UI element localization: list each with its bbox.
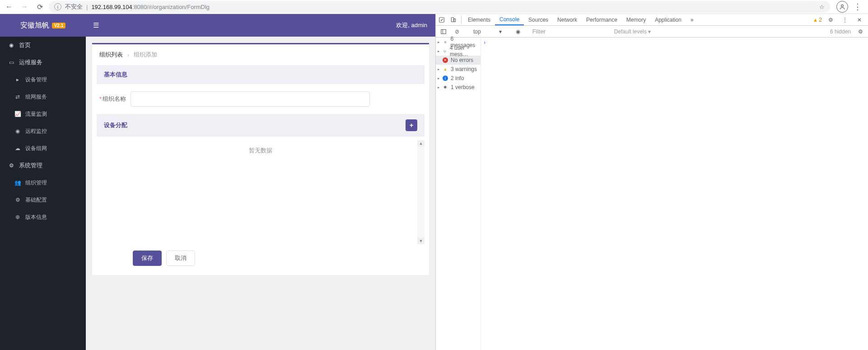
chevron-down-icon: ▾ [499,28,502,35]
sidebar-item-sys[interactable]: ⚙ 系统管理 [0,157,86,174]
sidebar-item-label: 版本信息 [25,213,47,221]
sidebar-item-label: 运维服务 [19,58,42,66]
sidebar-toggle-icon[interactable] [438,28,449,35]
form-row-org-name: *组织名称 [92,84,429,114]
console-output[interactable]: › [481,38,868,350]
devtools-settings-icon[interactable]: ⚙ [825,17,836,23]
sidebar-item-label: 远程监控 [25,128,47,135]
console-sidebar: ▸≡6 messages ▸☺4 user mess… ▸✕No errors … [436,38,481,350]
breadcrumb-list[interactable]: 组织列表 [99,51,123,59]
tab-elements[interactable]: Elements [463,14,495,25]
prompt-chevron-icon: › [484,39,485,46]
tab-network[interactable]: Network [553,14,582,25]
breadcrumb: 组织列表 › 组织添加 [92,44,429,65]
insecure-label: 不安全 [65,3,83,11]
cancel-button[interactable]: 取消 [166,251,195,266]
warnings-badge[interactable]: ▲2 [812,17,822,23]
gear-icon: ⚙ [14,197,21,203]
forward-button[interactable]: → [18,0,31,13]
clear-console-icon[interactable]: ⊘ [451,28,463,35]
form-actions: 保存 取消 [92,244,429,266]
sidebar-item-device-net[interactable]: ☁设备组网 [0,140,86,157]
sidebar-item-base-cfg[interactable]: ⚙基础配置 [0,191,86,208]
web-app: 安徽旭帆 V2.1 ☰ 欢迎, admin ◉ 首页 ▭ 运维服务 ▸设备管理 … [0,14,435,350]
context-select[interactable]: top▾ [471,28,504,35]
form-card: 组织列表 › 组织添加 基本信息 *组织名称 设备分配 + [92,43,429,275]
sidebar-item-ver-info[interactable]: ⊕版本信息 [0,208,86,226]
sidebar-item-label: 设备管理 [25,76,47,84]
user-icon: ☺ [443,48,447,54]
sidebar-item-label: 设备组网 [25,145,47,152]
chart-icon: 📈 [14,111,21,117]
url-bar[interactable]: i 不安全 | 192.168.99.104:8080/#/organizati… [49,1,830,13]
device-list-empty: 暂无数据 ▲ ▼ [97,140,425,244]
live-expr-icon[interactable]: ◉ [512,28,524,35]
sidebar-item-remote-mon[interactable]: ◉远程监控 [0,123,86,140]
profile-avatar-icon[interactable] [836,1,848,13]
console-filter-input[interactable] [532,27,610,36]
scroll-up-icon[interactable]: ▲ [417,140,425,147]
info-icon: i [54,3,61,10]
sidebar-item-ops[interactable]: ▭ 运维服务 [0,54,86,71]
star-icon[interactable]: ☆ [819,4,825,10]
section-basic-info: 基本信息 [97,65,425,84]
tab-memory[interactable]: Memory [622,14,650,25]
section-device-assign: 设备分配 + [97,114,425,137]
sidebar-menu: ◉ 首页 ▭ 运维服务 ▸设备管理 ⇄组网服务 📈流量监测 ◉远程监控 ☁设备组… [0,37,86,350]
eye-icon: ◉ [14,128,21,134]
devtools-menu-icon[interactable]: ⋮ [839,17,851,23]
add-device-button[interactable]: + [406,119,417,131]
chrome-menu-icon[interactable]: ⋮ [854,2,862,12]
logo-box: 安徽旭帆 V2.1 [0,14,86,37]
side-row-user[interactable]: ▸☺4 user mess… [436,47,481,56]
org-name-label: *组织名称 [99,95,126,103]
inspect-icon[interactable] [436,14,448,25]
empty-text: 暂无数据 [249,147,272,154]
sidebar-item-org-mgmt[interactable]: 👥组织管理 [0,174,86,191]
log-levels-select[interactable]: Default levels ▾ [614,28,651,35]
sidebar-item-home[interactable]: ◉ 首页 [0,37,86,54]
app-logo-text: 安徽旭帆 [20,21,49,30]
reload-button[interactable]: ⟳ [33,0,46,13]
sidebar-item-traffic-mon[interactable]: 📈流量监测 [0,105,86,123]
tab-application[interactable]: Application [650,14,686,25]
browser-chrome: ← → ⟳ i 不安全 | 192.168.99.104:8080/#/orga… [0,0,868,14]
error-icon: ✕ [443,57,448,63]
side-row-info[interactable]: ▸i2 info [436,74,481,83]
tab-more-icon[interactable]: » [686,14,698,25]
list-icon: ≡ [443,39,448,45]
svg-rect-3 [454,19,456,21]
devtools-close-icon[interactable]: ✕ [854,17,865,23]
sidebar-item-label: 组网服务 [25,93,47,101]
console-settings-icon[interactable]: ⚙ [854,28,866,35]
tab-performance[interactable]: Performance [582,14,622,25]
save-button[interactable]: 保存 [133,251,162,266]
svg-point-0 [841,5,844,7]
console-toolbar: ⊘ top▾ ◉ Default levels ▾ 6 hidden ⚙ [436,26,868,38]
org-name-input[interactable] [131,91,370,107]
scroll-down-icon[interactable]: ▼ [417,238,425,244]
back-button[interactable]: ← [3,0,15,13]
caret-icon: ▸ [438,40,440,44]
caret-icon: ▸ [438,76,440,80]
console-body: ▸≡6 messages ▸☺4 user mess… ▸✕No errors … [436,38,868,350]
scrollbar[interactable]: ▲ ▼ [417,140,425,244]
device-toggle-icon[interactable] [448,14,459,25]
tab-sources[interactable]: Sources [524,14,553,25]
content-area: 组织列表 › 组织添加 基本信息 *组织名称 设备分配 + [86,37,435,350]
svg-rect-4 [441,29,446,33]
shuffle-icon: ⇄ [14,94,21,100]
info-icon: i [443,76,448,81]
sidebar-item-device-mgmt[interactable]: ▸设备管理 [0,71,86,88]
section-title: 设备分配 [104,121,127,129]
breadcrumb-current: 组织添加 [134,51,157,59]
side-row-verbose[interactable]: ▸✱1 verbose [436,83,481,92]
sidebar-item-network-svc[interactable]: ⇄组网服务 [0,88,86,105]
laptop-icon: ▭ [8,59,14,66]
tab-console[interactable]: Console [495,14,524,25]
welcome-text: 欢迎, admin [396,21,435,29]
gears-icon: ⚙ [8,162,14,169]
play-icon: ▸ [14,76,21,83]
hamburger-icon[interactable]: ☰ [93,21,99,29]
side-row-warnings[interactable]: ▸▲3 warnings [436,65,481,74]
